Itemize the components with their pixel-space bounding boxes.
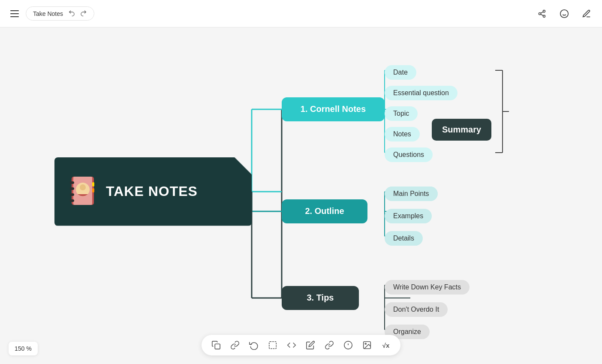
mindmap: TAKE NOTES 1. Cornell Notes 2. Outline 3… xyxy=(42,42,513,350)
branch-outline[interactable]: 2. Outline xyxy=(282,199,367,223)
leaf-notes[interactable]: Notes xyxy=(385,127,420,141)
summary-node[interactable]: Summary xyxy=(432,119,491,141)
tool-copy[interactable] xyxy=(210,339,222,351)
tool-edit[interactable] xyxy=(304,339,316,351)
root-title: TAKE NOTES xyxy=(106,184,198,199)
leaf-examples-text: Examples xyxy=(393,212,423,220)
tool-shape[interactable] xyxy=(342,339,354,351)
svg-point-56 xyxy=(365,343,366,344)
leaf-mainpoints[interactable]: Main Points xyxy=(385,187,438,201)
tool-image[interactable] xyxy=(361,339,373,351)
leaf-writedown[interactable]: Write Down Key Facts xyxy=(385,280,470,295)
svg-rect-0 xyxy=(10,10,19,11)
leaf-essential-text: Essential question xyxy=(393,89,449,97)
svg-point-47 xyxy=(80,184,86,190)
branch-tips-label: 3. Tips xyxy=(307,293,334,303)
tool-embed[interactable] xyxy=(286,339,298,351)
branch-outline-label: 2. Outline xyxy=(305,206,344,216)
svg-rect-51 xyxy=(269,342,277,349)
leaf-writedown-text: Write Down Key Facts xyxy=(393,283,461,291)
zoom-indicator: 150 % xyxy=(9,342,38,355)
leaf-organize-text: Organize xyxy=(393,328,421,336)
svg-rect-45 xyxy=(70,199,74,202)
leaf-examples[interactable]: Examples xyxy=(385,209,432,223)
undo-button[interactable] xyxy=(68,9,75,18)
tab-pill[interactable]: Take Notes xyxy=(26,6,94,21)
leaf-dontoverdo-text: Don't Overdo It xyxy=(393,306,439,313)
tool-undo[interactable] xyxy=(248,339,260,351)
svg-rect-50 xyxy=(215,344,220,349)
svg-rect-49 xyxy=(92,188,94,193)
svg-point-3 xyxy=(543,10,545,12)
toolbar-right xyxy=(533,5,595,22)
leaf-mainpoints-text: Main Points xyxy=(393,190,429,198)
root-node[interactable]: TAKE NOTES xyxy=(54,157,252,226)
leaf-details-text: Details xyxy=(393,235,414,242)
svg-point-4 xyxy=(539,12,541,15)
emoji-button[interactable] xyxy=(556,5,573,22)
tool-hyperlink[interactable] xyxy=(323,339,335,351)
leaf-topic-text: Topic xyxy=(393,110,409,117)
summary-text: Summary xyxy=(442,125,481,134)
leaf-topic[interactable]: Topic xyxy=(385,106,418,121)
svg-rect-44 xyxy=(70,193,74,196)
share-button[interactable] xyxy=(533,5,551,22)
notebook-icon xyxy=(67,174,97,209)
tool-formula[interactable]: √x xyxy=(380,339,392,351)
top-toolbar: Take Notes xyxy=(0,0,602,27)
svg-rect-1 xyxy=(10,13,19,14)
leaf-date[interactable]: Date xyxy=(385,65,416,80)
leaf-details[interactable]: Details xyxy=(385,231,423,246)
svg-point-8 xyxy=(560,9,568,17)
draw-button[interactable] xyxy=(578,5,595,22)
canvas[interactable]: TAKE NOTES 1. Cornell Notes 2. Outline 3… xyxy=(0,27,602,364)
toolbar-left: Take Notes xyxy=(7,6,94,21)
leaf-questions[interactable]: Questions xyxy=(385,147,433,162)
tab-title: Take Notes xyxy=(33,10,63,17)
leaf-questions-text: Questions xyxy=(393,151,424,159)
bottom-toolbar: √x xyxy=(202,335,400,355)
svg-line-7 xyxy=(541,12,543,13)
svg-line-6 xyxy=(541,14,543,15)
tool-link-node[interactable] xyxy=(229,339,241,351)
zoom-level: 150 % xyxy=(15,345,32,352)
svg-rect-2 xyxy=(10,16,19,17)
svg-rect-42 xyxy=(70,181,74,184)
branch-tips[interactable]: 3. Tips xyxy=(282,286,359,310)
leaf-date-text: Date xyxy=(393,69,408,76)
svg-rect-48 xyxy=(92,182,94,187)
branch-cornell[interactable]: 1. Cornell Notes xyxy=(282,97,385,121)
leaf-dontoverdo[interactable]: Don't Overdo It xyxy=(385,302,448,317)
leaf-essential[interactable]: Essential question xyxy=(385,86,458,100)
tool-select[interactable] xyxy=(267,339,279,351)
leaf-notes-text: Notes xyxy=(393,130,411,138)
branch-cornell-label: 1. Cornell Notes xyxy=(301,104,366,114)
svg-point-5 xyxy=(543,15,545,17)
menu-button[interactable] xyxy=(7,6,22,21)
svg-rect-43 xyxy=(70,187,74,190)
redo-button[interactable] xyxy=(80,9,87,18)
